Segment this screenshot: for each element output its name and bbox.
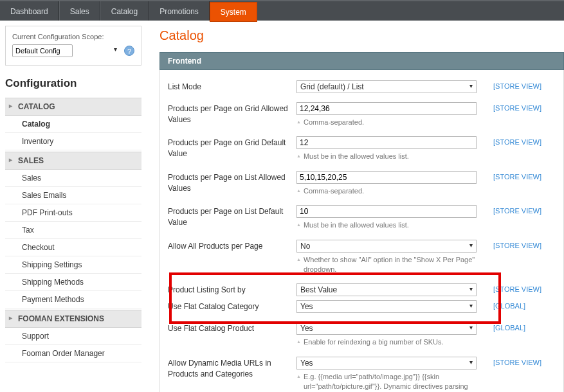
label-allow-all: Allow All Products per Page (168, 240, 296, 252)
navitem-tax[interactable]: Tax (5, 222, 141, 239)
section-frontend: Frontend List Mode Grid (default) / List… (159, 52, 564, 392)
scope-grid-default[interactable]: [STORE VIEW] (493, 138, 541, 146)
sidebar: Current Configuration Scope: Default Con… (0, 21, 147, 392)
hint-allow-all: Whether to show "All" option in the "Sho… (296, 255, 479, 275)
hint-dyn-media: E.g. {{media url="path/to/image.jpg"}} {… (296, 372, 479, 392)
hint-grid-allowed: Comma-separated. (296, 118, 479, 127)
topnav-sales[interactable]: Sales (59, 1, 100, 21)
hint-list-default: Must be in the allowed values list. (296, 220, 479, 230)
scope-sort-by[interactable]: [STORE VIEW] (493, 285, 541, 293)
top-nav: DashboardSalesCatalogPromotionsSystem (0, 0, 564, 21)
select-sort-by[interactable]: Best Value (296, 283, 477, 296)
scope-flat-category[interactable]: [GLOBAL] (493, 302, 525, 310)
navitem-fooman-order-manager[interactable]: Fooman Order Manager (5, 345, 141, 362)
topnav-catalog[interactable]: Catalog (100, 1, 149, 21)
navgroup-fooman-extensions[interactable]: FOOMAN EXTENSIONS (5, 310, 141, 328)
navitem-support[interactable]: Support (5, 328, 141, 345)
label-sort-by: Product Listing Sort by (168, 283, 296, 296)
hint-list-allowed: Comma-separated. (296, 186, 479, 196)
scope-list-allowed[interactable]: [STORE VIEW] (493, 173, 541, 181)
page-title: Catalog (159, 28, 564, 43)
scope-allow-all[interactable]: [STORE VIEW] (493, 242, 541, 249)
section-head-frontend[interactable]: Frontend (159, 52, 564, 70)
config-scope-select[interactable]: Default Config (12, 44, 73, 57)
hint-grid-default: Must be in the allowed values list. (296, 152, 479, 161)
config-scope-select-wrap: Default Config (12, 44, 120, 57)
label-flat-product: Use Flat Catalog Product (168, 322, 296, 334)
navitem-shipping-settings[interactable]: Shipping Settings (5, 256, 141, 274)
select-flat-category[interactable]: Yes (296, 300, 477, 313)
navitem-catalog[interactable]: Catalog (5, 116, 141, 133)
topnav-system[interactable]: System (210, 2, 257, 22)
navitem-payment-methods[interactable]: Payment Methods (5, 291, 141, 308)
label-grid-default: Products per Page on Grid Default Value (168, 136, 296, 159)
navitem-pdf-print-outs[interactable]: PDF Print-outs (5, 204, 141, 222)
scope-dyn-media[interactable]: [STORE VIEW] (493, 359, 541, 366)
navitem-inventory[interactable]: Inventory (5, 133, 141, 150)
label-grid-allowed: Products per Page on Grid Allowed Values (168, 102, 296, 125)
scope-grid-allowed[interactable]: [STORE VIEW] (493, 104, 541, 112)
help-icon[interactable]: ? (124, 46, 134, 56)
scope-flat-product[interactable]: [GLOBAL] (493, 324, 525, 332)
select-dyn-media[interactable]: Yes (296, 357, 477, 370)
config-scope-label: Current Configuration Scope: (12, 33, 134, 40)
topnav-dashboard[interactable]: Dashboard (0, 1, 59, 21)
label-dyn-media: Allow Dynamic Media URLs in Products and… (168, 357, 296, 380)
topnav-promotions[interactable]: Promotions (149, 1, 210, 21)
label-list-default: Products per Page on List Default Value (168, 205, 296, 228)
hint-flat-product: Enable for reindexing a big number of SK… (296, 337, 479, 347)
navitem-sales[interactable]: Sales (5, 170, 141, 187)
configuration-title: Configuration (5, 77, 141, 90)
input-list-allowed[interactable] (296, 171, 477, 184)
label-flat-category: Use Flat Catalog Category (168, 300, 296, 312)
navitem-checkout[interactable]: Checkout (5, 239, 141, 256)
select-allow-all[interactable]: No (296, 240, 477, 253)
highlight-box (169, 272, 501, 324)
select-list-mode[interactable]: Grid (default) / List (296, 80, 477, 93)
scope-list-mode[interactable]: [STORE VIEW] (493, 82, 541, 90)
label-list-allowed: Products per Page on List Allowed Values (168, 171, 296, 194)
input-grid-default[interactable] (296, 136, 477, 149)
navitem-sales-emails[interactable]: Sales Emails (5, 187, 141, 204)
label-list-mode: List Mode (168, 80, 296, 93)
section-body: List Mode Grid (default) / List [STORE V… (159, 70, 564, 392)
main-content: Catalog Frontend List Mode Grid (default… (147, 21, 564, 392)
navitem-shipping-methods[interactable]: Shipping Methods (5, 274, 141, 291)
input-list-default[interactable] (296, 205, 477, 218)
navgroup-catalog[interactable]: CATALOG (5, 98, 141, 116)
select-flat-product[interactable]: Yes (296, 322, 477, 335)
navgroup-sales[interactable]: SALES (5, 152, 141, 170)
config-scope-box: Current Configuration Scope: Default Con… (5, 26, 141, 66)
input-grid-allowed[interactable] (296, 102, 477, 115)
scope-list-default[interactable]: [STORE VIEW] (493, 207, 541, 215)
